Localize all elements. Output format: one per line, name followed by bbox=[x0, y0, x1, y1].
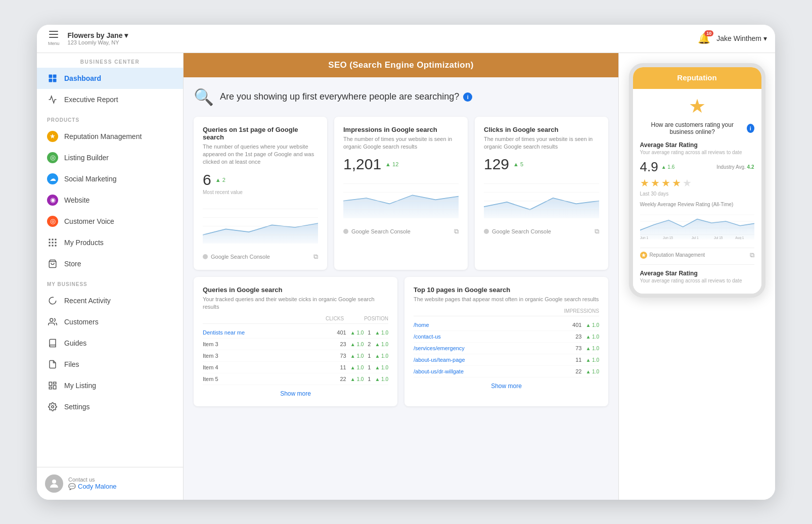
menu-button[interactable]: Menu bbox=[45, 28, 63, 49]
svg-rect-1 bbox=[53, 74, 57, 78]
show-more-pages[interactable]: Show more bbox=[414, 383, 599, 390]
svg-rect-15 bbox=[49, 382, 52, 386]
table-row: /contact-us 23 ▲ 1.0 bbox=[414, 331, 599, 343]
card-title: Clicks in Google search bbox=[484, 126, 599, 133]
sidebar-item-recent-activity[interactable]: Recent Activity bbox=[37, 290, 183, 311]
menu-bar bbox=[49, 34, 58, 35]
table-link[interactable]: /services/emergency bbox=[414, 345, 465, 351]
star-2: ★ bbox=[651, 177, 660, 189]
guides-icon bbox=[47, 338, 58, 349]
svg-rect-0 bbox=[49, 74, 53, 78]
sidebar: Business Center Dashboard Executive Repo… bbox=[37, 53, 184, 500]
report-icon bbox=[47, 94, 58, 105]
sidebar-item-label: Executive Report bbox=[64, 96, 118, 104]
search-info-icon[interactable]: i bbox=[463, 92, 472, 102]
card-desc: The number of times your website is seen… bbox=[484, 135, 599, 151]
sidebar-item-listing[interactable]: ◎ Listing Builder bbox=[37, 147, 183, 168]
reputation-info-icon[interactable]: i bbox=[747, 124, 754, 133]
last-days: Last 30 days bbox=[640, 191, 754, 197]
svg-text:Aug 1: Aug 1 bbox=[735, 235, 744, 240]
chat-icon: 💬 bbox=[68, 483, 76, 490]
star-1: ★ bbox=[640, 177, 649, 189]
customers-icon bbox=[47, 316, 58, 327]
table-row: Item 3 23 ▲ 1.0 2 ▲ 1.0 bbox=[203, 339, 388, 350]
big-star: ★ bbox=[640, 95, 754, 117]
sidebar-item-guides[interactable]: Guides bbox=[37, 332, 183, 354]
sidebar-item-label: Website bbox=[64, 196, 89, 204]
svg-rect-6 bbox=[55, 239, 57, 240]
sidebar-item-label: Guides bbox=[64, 339, 86, 347]
phone-mockup: Reputation ★ How are customers rating yo… bbox=[629, 63, 765, 298]
contact-avatar bbox=[45, 474, 63, 493]
sidebar-section-business-center: Business Center bbox=[37, 53, 183, 68]
table-row: Item 3 73 ▲ 1.0 1 ▲ 1.0 bbox=[203, 350, 388, 362]
table-link[interactable]: Dentists near me bbox=[203, 329, 245, 336]
my-business-section-title: My Business bbox=[37, 274, 183, 290]
sidebar-item-label: Reputation Management bbox=[64, 132, 142, 140]
user-menu[interactable]: Jake Winthem ▾ bbox=[716, 34, 767, 42]
card-queries: Queries on 1st page of Google search The… bbox=[194, 117, 327, 270]
sidebar-item-label: Social Marketing bbox=[64, 175, 117, 183]
show-more-queries[interactable]: Show more bbox=[203, 390, 388, 397]
table-link[interactable]: /about-us/team-page bbox=[414, 357, 465, 363]
sidebar-item-dashboard[interactable]: Dashboard bbox=[37, 68, 183, 89]
chart-clicks bbox=[484, 178, 599, 218]
menu-bar bbox=[49, 37, 58, 38]
source-dot bbox=[640, 252, 647, 259]
svg-text:Jun 15: Jun 15 bbox=[663, 235, 673, 240]
sidebar-item-website[interactable]: ◉ Website bbox=[37, 189, 183, 211]
sidebar-contact: Contact us 💬 Cody Malone bbox=[37, 467, 183, 500]
sidebar-item-customers[interactable]: Customers bbox=[37, 311, 183, 332]
sidebar-item-executive-report[interactable]: Executive Report bbox=[37, 89, 183, 110]
weekly-title: Weekly Average Review Rating (All-Time) bbox=[640, 202, 754, 207]
sidebar-item-store[interactable]: Store bbox=[37, 253, 183, 274]
card-desc: The website pages that appear most often… bbox=[414, 296, 599, 303]
search-banner: 🔍 Are you showing up first everywhere pe… bbox=[194, 87, 608, 107]
phone-panel: Reputation ★ How are customers rating yo… bbox=[618, 53, 775, 500]
phone-header: Reputation bbox=[633, 67, 761, 89]
my-listing-icon bbox=[47, 380, 58, 391]
sidebar-item-my-listing[interactable]: My Listing bbox=[37, 375, 183, 396]
search-question: Are you showing up first everywhere peop… bbox=[220, 91, 472, 102]
phone-body: ★ How are customers rating your business… bbox=[633, 89, 761, 294]
top-bar-right: 🔔 10 Jake Winthem ▾ bbox=[698, 32, 767, 44]
external-link-icon[interactable]: ⧉ bbox=[595, 227, 599, 235]
business-name[interactable]: Flowers by Jane ▾ bbox=[68, 31, 128, 39]
contact-name[interactable]: 💬 Cody Malone bbox=[68, 483, 117, 490]
avg-star-heading-2: Average Star Rating bbox=[640, 270, 754, 277]
phone-footer: Reputation Management ⧉ bbox=[640, 248, 754, 259]
svg-rect-11 bbox=[52, 245, 54, 246]
table-row: Item 5 22 ▲ 1.0 1 ▲ 1.0 bbox=[203, 373, 388, 385]
svg-text:Jun 1: Jun 1 bbox=[640, 235, 648, 240]
main-content: SEO (Search Engine Optimization) 🔍 Are y… bbox=[184, 53, 618, 500]
website-icon: ◉ bbox=[47, 195, 58, 206]
table-link[interactable]: /home bbox=[414, 322, 429, 328]
chart-queries bbox=[203, 203, 318, 244]
sidebar-item-social[interactable]: ☁ Social Marketing bbox=[37, 168, 183, 189]
card-desc: Your tracked queries and their website c… bbox=[203, 296, 388, 311]
source-dot bbox=[343, 229, 348, 234]
table-link[interactable]: /about-us/dr-willgate bbox=[414, 368, 464, 374]
reputation-icon: ★ bbox=[47, 131, 58, 142]
sidebar-item-files[interactable]: Files bbox=[37, 354, 183, 375]
external-link-icon[interactable]: ⧉ bbox=[313, 253, 318, 261]
sidebar-item-settings[interactable]: Settings bbox=[37, 396, 183, 417]
business-address: 123 Loomly Way, NY bbox=[68, 39, 128, 45]
industry-avg: Industry Avg. 4.2 bbox=[716, 164, 754, 170]
notification-button[interactable]: 🔔 10 bbox=[698, 32, 710, 44]
sidebar-item-label: Files bbox=[64, 360, 79, 368]
sidebar-item-my-products[interactable]: My Products bbox=[37, 232, 183, 253]
sidebar-item-reputation[interactable]: ★ Reputation Management bbox=[37, 126, 183, 147]
svg-rect-8 bbox=[52, 242, 54, 243]
svg-rect-9 bbox=[55, 242, 57, 243]
dashboard-icon bbox=[47, 73, 58, 84]
table-clicks: 401 bbox=[337, 329, 346, 336]
table-link[interactable]: /contact-us bbox=[414, 334, 441, 340]
table-header: Clicks Position bbox=[203, 316, 388, 324]
phone-external-link-icon[interactable]: ⧉ bbox=[750, 251, 754, 259]
card-change: ▲ 2 bbox=[215, 177, 225, 183]
external-link-icon[interactable]: ⧉ bbox=[454, 227, 459, 235]
sidebar-item-label: My Listing bbox=[64, 382, 96, 390]
menu-label: Menu bbox=[48, 41, 60, 46]
sidebar-item-customer-voice[interactable]: ◎ Customer Voice bbox=[37, 211, 183, 232]
